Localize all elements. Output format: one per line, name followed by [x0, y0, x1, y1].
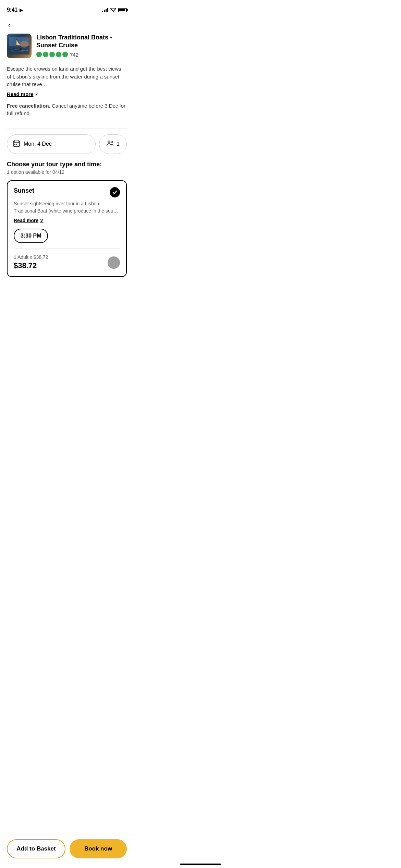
status-time: 9:41 ▶: [7, 7, 23, 13]
rating-dot-4: [56, 52, 61, 57]
read-more-button[interactable]: Read more ∨: [7, 91, 38, 97]
checkmark-svg: [112, 190, 118, 195]
product-description: Escape the crowds on land and get the be…: [7, 65, 127, 88]
svg-point-13: [112, 261, 116, 265]
svg-point-2: [20, 41, 28, 48]
selected-check-icon: [110, 187, 120, 197]
price-total: $38.72: [14, 261, 120, 270]
tour-name: Sunset: [14, 187, 34, 194]
rating-row: 742: [36, 52, 127, 58]
signal-icon: [102, 8, 108, 12]
read-more-label: Read more: [7, 91, 34, 97]
tour-card-header: Sunset: [14, 187, 120, 197]
location-icon: ▶: [20, 8, 23, 13]
cancellation-bold: Free cancellation.: [7, 103, 50, 109]
product-header: Lisbon Traditional Boats - Sunset Cruise…: [0, 34, 134, 65]
nav-bar: ‹: [0, 17, 134, 34]
product-thumbnail: [7, 34, 32, 58]
rating-count: 742: [70, 52, 78, 58]
product-title: Lisbon Traditional Boats - Sunset Cruise: [36, 34, 127, 50]
rating-dots: [36, 52, 68, 57]
wifi-icon: [110, 8, 116, 12]
tour-chevron-icon: ∨: [40, 218, 43, 223]
time-option-330pm[interactable]: 3:30 PM: [14, 229, 48, 243]
battery-icon: [118, 8, 127, 12]
divider-1: [7, 129, 127, 129]
tour-section: Choose your tour type and time: 1 option…: [0, 161, 134, 277]
svg-point-11: [108, 141, 110, 143]
calendar-icon: [13, 140, 20, 149]
svg-rect-10: [16, 144, 17, 145]
svg-rect-9: [14, 144, 15, 145]
booking-controls: Mon, 4 Dec 1: [0, 134, 134, 161]
tour-card: Sunset Sunset sightseeing river tour in …: [7, 180, 127, 277]
rating-dot-2: [43, 52, 48, 57]
date-picker-button[interactable]: Mon, 4 Dec: [7, 134, 96, 154]
scroll-indicator: [108, 256, 120, 269]
tour-options-count: 1 option available for 04/12: [7, 169, 127, 175]
time-display: 9:41: [7, 7, 17, 13]
rating-dot-5: [62, 52, 68, 57]
tour-description: Sunset sightseeing river tour in a Lisbo…: [14, 200, 120, 215]
tour-read-more-button[interactable]: Read more ∨: [14, 218, 43, 223]
price-per-person: 1 Adult x $38.72: [14, 254, 120, 260]
rating-dot-1: [36, 52, 42, 57]
guests-button[interactable]: 1: [99, 134, 127, 154]
tour-read-more-label: Read more: [14, 218, 38, 223]
svg-point-12: [111, 141, 113, 143]
date-label: Mon, 4 Dec: [24, 141, 52, 147]
status-bar: 9:41 ▶: [0, 0, 134, 17]
cancellation-text: Free cancellation. Cancel anytime before…: [7, 102, 127, 118]
boat-image: [9, 37, 29, 55]
product-info: Lisbon Traditional Boats - Sunset Cruise…: [36, 34, 127, 58]
price-section: 1 Adult x $38.72 $38.72: [14, 249, 120, 276]
people-icon: [106, 140, 114, 149]
guests-count: 1: [117, 141, 120, 147]
tour-section-title: Choose your tour type and time:: [7, 161, 127, 168]
rating-dot-3: [49, 52, 55, 57]
chevron-down-icon: ∨: [35, 92, 38, 96]
description-section: Escape the crowds on land and get the be…: [0, 65, 134, 123]
back-button[interactable]: ‹: [7, 20, 12, 29]
time-options: 3:30 PM: [14, 229, 120, 243]
status-icons: [102, 8, 127, 12]
